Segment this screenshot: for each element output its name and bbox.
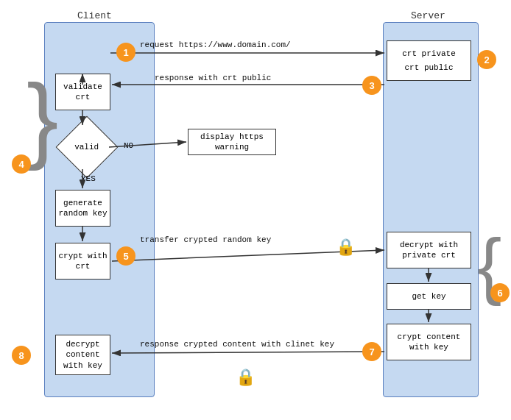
step-1-circle: 1 bbox=[116, 43, 135, 62]
step-6-circle: 6 bbox=[490, 283, 510, 302]
crypt-with-crt-box: crypt with crt bbox=[55, 243, 110, 280]
lock-icon-5: 🔒 bbox=[336, 238, 356, 257]
valid-label: valid bbox=[74, 143, 99, 152]
decrypt-content-box: decrypt content with key bbox=[55, 335, 110, 375]
client-label: Client bbox=[77, 10, 112, 21]
lock-icon-7: 🔒 bbox=[236, 368, 256, 388]
crt-public-label: crt public bbox=[404, 63, 453, 73]
yes-label: YES bbox=[81, 174, 96, 183]
step-8-circle: 8 bbox=[12, 346, 31, 365]
step7-label: response crypted content with clinet key bbox=[140, 340, 334, 349]
generate-key-box: generate random key bbox=[55, 190, 110, 227]
display-warning-box: display https warning bbox=[188, 129, 276, 155]
step1-label: request https://www.domain.com/ bbox=[140, 40, 291, 49]
step-3-circle: 3 bbox=[362, 76, 381, 95]
step-2-circle: 2 bbox=[477, 50, 496, 69]
step-7-circle: 7 bbox=[362, 342, 381, 361]
brace-4: } bbox=[27, 70, 58, 165]
server-crt-box: crt private crt public bbox=[387, 40, 471, 81]
crt-private-label: crt private bbox=[402, 49, 456, 59]
validate-crt-box: validate crt bbox=[55, 74, 110, 110]
step-5-circle: 5 bbox=[116, 246, 135, 266]
no-label: NO bbox=[124, 141, 133, 150]
decrypt-private-box: decrypt with private crt bbox=[387, 232, 471, 268]
diagram: Client Server crt private crt public 2 v… bbox=[0, 0, 511, 420]
server-label: Server bbox=[411, 10, 445, 21]
step5-label: transfer crypted random key bbox=[140, 235, 271, 244]
step-4-circle: 4 bbox=[12, 154, 31, 174]
step3-label: response with crt public bbox=[155, 74, 271, 82]
get-key-box: get key bbox=[387, 283, 471, 310]
crypt-content-box: crypt content with key bbox=[387, 324, 471, 360]
